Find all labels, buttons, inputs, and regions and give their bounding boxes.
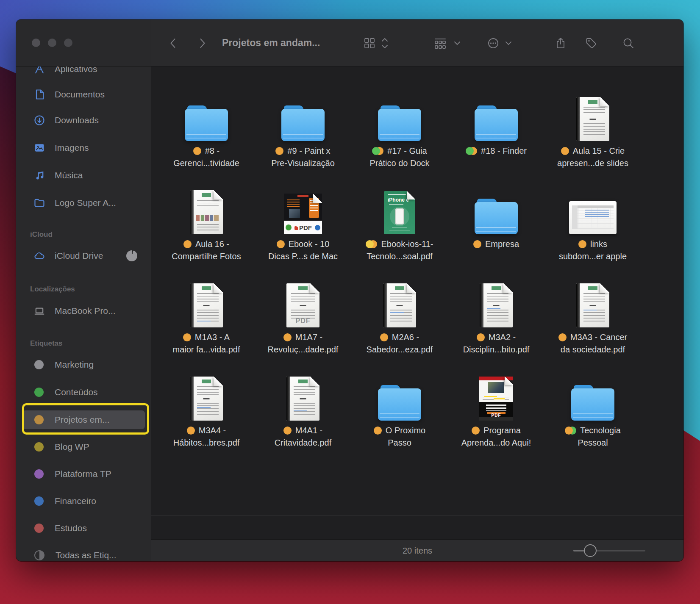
tag-color-dot [34, 388, 44, 397]
more-actions-button[interactable] [486, 36, 501, 51]
spreadsheet-thumbnail-icon [569, 201, 617, 234]
pdf-ebook-ios-thumbnail-icon: iPhone e [384, 191, 415, 234]
view-mode-button[interactable] [362, 36, 377, 51]
sidebar-item-downloads[interactable]: Downloads [22, 111, 145, 130]
pdf-thumbnail-icon [480, 283, 513, 327]
file-name: #8 - Gerenci...tividade [173, 145, 239, 169]
file-item[interactable]: Tecnologia Pessoal [544, 365, 641, 458]
sidebar-item-documentos[interactable]: Documentos [22, 85, 145, 104]
file-item[interactable]: O Proximo Passo [351, 365, 448, 458]
pdf-thumbnail-icon [190, 377, 223, 421]
back-button[interactable] [166, 36, 181, 51]
file-item[interactable]: iPhone e Ebook-ios-11- Tecnolo...soal.pd… [351, 178, 448, 272]
pdf-thumbnail-icon [576, 283, 609, 327]
file-item[interactable]: M3A4 - Hábitos...bres.pdf [158, 365, 255, 458]
file-name: O Proximo Passo [374, 424, 425, 449]
tag-dots [472, 427, 480, 435]
sidebar-item-label: Projetos em... [55, 415, 110, 425]
sidebar-item-tag-conteudos[interactable]: Conteúdos [22, 383, 145, 402]
tag-color-dot [34, 496, 44, 506]
sidebar-item-label: Todas as Etiq... [56, 550, 117, 560]
file-item[interactable]: PDF Ebook - 10 Dicas P...s de Mac [255, 178, 351, 272]
laptop-icon [33, 305, 45, 317]
sidebar-item-tag-projetos-em[interactable]: Projetos em... [22, 410, 145, 429]
slider-knob[interactable] [584, 544, 597, 557]
sidebar-divider [151, 19, 151, 561]
tag-dots [558, 333, 567, 341]
sidebar-item-tag-blog-wp[interactable]: Blog WP [22, 438, 145, 456]
icon-grid: #8 - Gerenci...tividade #9 - Paint x Pre… [158, 85, 641, 458]
sidebar-item-all-tags[interactable]: Todas as Etiq... [22, 546, 145, 561]
tag-dots [283, 427, 292, 435]
file-name: #17 - Guia Prático do Dock [369, 145, 429, 169]
file-item[interactable]: Aula 15 - Crie apresen...de slides [544, 85, 641, 178]
file-name: #9 - Paint x Pre-Visualização [271, 145, 335, 169]
image-icon [33, 142, 45, 154]
file-item[interactable]: links subdom...er apple [544, 178, 641, 272]
sidebar-section-etiquetas: Etiquetas [30, 338, 63, 349]
file-name: Empresa [473, 238, 519, 250]
tag-button[interactable] [583, 36, 599, 51]
tag-dots [366, 240, 377, 248]
group-by-button[interactable] [433, 36, 448, 51]
file-item[interactable]: M3A3 - Cancer da sociedade.pdf [544, 272, 641, 365]
search-button[interactable] [621, 36, 636, 51]
tag-dots [578, 240, 586, 248]
file-item[interactable]: #17 - Guia Prático do Dock [351, 85, 448, 178]
pdf-thumbnail-icon [190, 283, 223, 327]
tag-dots [283, 333, 292, 341]
sidebar-item-imagens[interactable]: Imagens [22, 139, 145, 157]
sidebar-item-musica[interactable]: Música [22, 166, 145, 185]
tag-dots [477, 333, 485, 341]
file-item[interactable]: Empresa [448, 178, 544, 272]
file-item[interactable]: #18 - Finder [448, 85, 544, 178]
icon-size-slider[interactable] [573, 544, 645, 557]
file-item[interactable]: Aula 16 - Compartilhe Fotos [158, 178, 255, 272]
file-name: M3A3 - Cancer da sociedade.pdf [558, 331, 628, 356]
minimize-button[interactable] [48, 39, 56, 47]
more-actions-chevron-icon [504, 36, 513, 51]
tag-dots [380, 333, 388, 341]
close-button[interactable] [32, 39, 40, 47]
document-thumbnail-icon [576, 97, 609, 141]
sidebar-item-tag-financeiro[interactable]: Financeiro [22, 492, 145, 510]
sidebar-item-logo-super-a[interactable]: Logo Super A... [22, 194, 145, 212]
file-item[interactable]: M2A6 - Sabedor...eza.pdf [351, 272, 448, 365]
share-button[interactable] [553, 36, 568, 51]
file-item[interactable]: M4A1 - Critavidade.pdf [255, 365, 351, 458]
tag-dots [473, 240, 481, 248]
tag-color-dot [34, 360, 44, 369]
sidebar-item-icloud-drive[interactable]: iCloud Drive [22, 247, 145, 265]
file-item[interactable]: M1A3 - A maior fa...vida.pdf [158, 272, 255, 365]
forward-button[interactable] [194, 36, 210, 51]
file-item[interactable]: M3A2 - Disciplin...bito.pdf [448, 272, 544, 365]
tag-color-dot [34, 469, 44, 479]
document-thumbnail-icon [190, 190, 223, 234]
folder-icon [475, 199, 518, 234]
music-note-icon [33, 169, 45, 181]
file-name: Ebook-ios-11- Tecnolo...soal.pdf [366, 238, 433, 263]
tag-color-dot [34, 442, 44, 452]
file-item[interactable]: #8 - Gerenci...tividade [158, 85, 255, 178]
file-item[interactable]: #9 - Paint x Pre-Visualização [255, 85, 351, 178]
zoom-button[interactable] [64, 39, 72, 47]
sidebar-item-tag-marketing[interactable]: Marketing [22, 355, 145, 374]
sidebar-titlebar-area [16, 19, 151, 66]
sidebar-item-tag-plataforma-tp[interactable]: Plataforma TP [22, 465, 145, 483]
pdf-badge: PDF [286, 317, 319, 325]
file-name: #18 - Finder [466, 145, 527, 157]
pdf-thumbnail-icon [383, 283, 416, 327]
item-count: 20 itens [403, 546, 432, 556]
pdf-thumbnail-icon [286, 377, 319, 421]
document-icon [33, 89, 45, 100]
view-mode-stepper-icon[interactable] [380, 36, 389, 51]
finder-window: Aplicativos Documentos Downloads Imagens… [16, 19, 683, 561]
download-icon [33, 114, 45, 126]
file-name: M3A4 - Hábitos...bres.pdf [173, 424, 240, 449]
file-item[interactable]: PDF Programa Aprenda...do Aqui! [448, 365, 544, 458]
sidebar-item-tag-estudos[interactable]: Estudos [22, 519, 145, 538]
sidebar-item-macbook-pro[interactable]: MacBook Pro... [22, 302, 145, 320]
sidebar-item-label: Marketing [55, 360, 94, 370]
file-item[interactable]: PDF M1A7 - Revoluç...dade.pdf [255, 272, 351, 365]
sidebar-item-label: iCloud Drive [55, 251, 103, 261]
